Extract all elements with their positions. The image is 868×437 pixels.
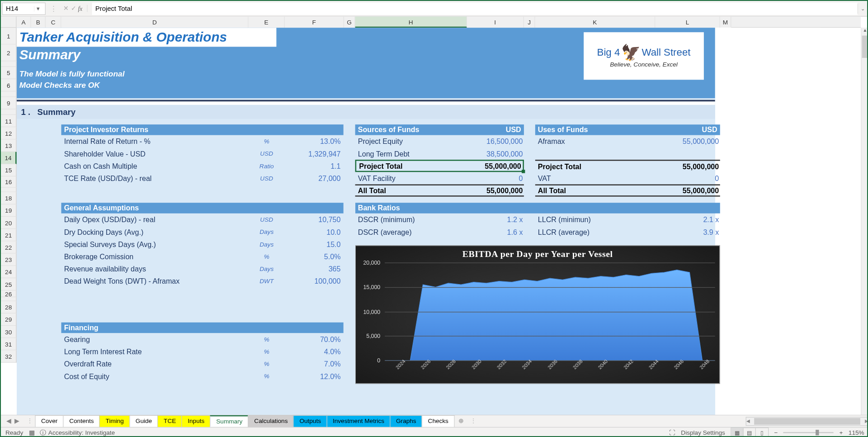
row-header-2[interactable]: 2 bbox=[1, 44, 17, 61]
row-header-32[interactable]: 32 bbox=[1, 350, 17, 362]
row-header-[interactable] bbox=[1, 297, 17, 301]
macro-icon[interactable]: ▦ bbox=[29, 429, 34, 436]
row-header-15[interactable]: 15 bbox=[1, 164, 17, 176]
col-header-D[interactable]: D bbox=[61, 17, 248, 28]
name-box-value: H14 bbox=[6, 5, 18, 12]
row-header-14[interactable]: 14 bbox=[1, 152, 17, 164]
row-header-1[interactable]: 1 bbox=[1, 28, 17, 44]
table-row: Revenue availability daysDays365 bbox=[61, 262, 343, 275]
row-header-26[interactable]: 26 bbox=[1, 290, 17, 297]
row-header-21[interactable]: 21 bbox=[1, 229, 17, 241]
col-header-A[interactable]: A bbox=[17, 17, 31, 28]
h-scroll-thumb[interactable] bbox=[754, 418, 860, 424]
horizontal-scrollbar[interactable]: ◀ ▶ bbox=[746, 417, 868, 426]
vertical-scrollbar[interactable]: ▲ ▼ bbox=[861, 28, 868, 423]
col-header-I[interactable]: I bbox=[467, 17, 524, 28]
row-header-18[interactable]: 18 bbox=[1, 192, 17, 204]
row-header-9[interactable]: 9 bbox=[1, 97, 17, 109]
accessibility-icon[interactable]: ⓘ bbox=[40, 428, 46, 437]
display-settings[interactable]: Display Settings bbox=[681, 429, 725, 436]
worksheet[interactable]: Tanker Acquisition & Operations Summary … bbox=[17, 28, 861, 423]
tab-summary[interactable]: Summary bbox=[210, 415, 249, 427]
logo-right: Wall Street bbox=[642, 47, 690, 58]
row-header-[interactable] bbox=[1, 109, 17, 115]
tab-tce[interactable]: TCE bbox=[158, 415, 182, 427]
col-header-J[interactable]: J bbox=[524, 17, 535, 28]
add-sheet-button[interactable]: ⊕ bbox=[454, 418, 468, 425]
col-header-B[interactable]: B bbox=[31, 17, 46, 28]
row-header-[interactable] bbox=[1, 188, 17, 192]
scroll-thumb[interactable] bbox=[862, 36, 868, 58]
row-header-16[interactable]: 16 bbox=[1, 176, 17, 188]
row-header-[interactable] bbox=[1, 91, 17, 97]
financing-header: Financing bbox=[61, 323, 343, 333]
col-header-K[interactable]: K bbox=[535, 17, 656, 28]
row-header-31[interactable]: 31 bbox=[1, 338, 17, 350]
active-cell[interactable]: Project Total55,000,000 bbox=[355, 160, 524, 172]
tab-graphs[interactable]: Graphs bbox=[390, 415, 422, 427]
zoom-slider[interactable] bbox=[783, 432, 834, 433]
section-title: Summary bbox=[38, 107, 76, 117]
table-row: Dry Docking Days (Avg.)Days10.0 bbox=[61, 226, 343, 238]
tab-inputs[interactable]: Inputs bbox=[182, 415, 211, 427]
row-header-22[interactable]: 22 bbox=[1, 241, 17, 253]
normal-view-button[interactable]: ▦ bbox=[731, 428, 743, 437]
accept-icon[interactable]: ✓ bbox=[71, 5, 76, 12]
table-row: Cost of Equity%12.0% bbox=[61, 370, 343, 382]
table-row: Brokerage Comission%5.0% bbox=[61, 250, 343, 262]
formula-expand-icon[interactable]: ⌄ bbox=[858, 4, 868, 14]
table-row: Long Term Interest Rate%4.0% bbox=[61, 345, 343, 357]
row-header-[interactable] bbox=[1, 61, 17, 66]
tab-timing[interactable]: Timing bbox=[99, 415, 130, 427]
eagle-icon: 🦅 bbox=[621, 45, 641, 61]
fx-icon[interactable]: fx bbox=[78, 5, 83, 12]
ebitda-chart: EBITDA per Day per Year per Vessel 05,00… bbox=[355, 245, 720, 384]
row-header-30[interactable]: 30 bbox=[1, 326, 17, 338]
row-header-12[interactable]: 12 bbox=[1, 127, 17, 139]
cancel-icon[interactable]: ✕ bbox=[63, 5, 68, 12]
row-header-28[interactable]: 28 bbox=[1, 301, 17, 314]
zoom-in-button[interactable]: + bbox=[840, 429, 843, 436]
zoom-level[interactable]: 115% bbox=[849, 429, 864, 436]
name-box-dropdown-icon[interactable]: ▼ bbox=[34, 6, 42, 11]
table-row: TCE Rate (USD/Day) - realUSD27,000 bbox=[61, 172, 343, 184]
scroll-up-icon[interactable]: ▲ bbox=[861, 28, 868, 35]
row-header-5[interactable]: 5 bbox=[1, 67, 17, 79]
row-header-6[interactable]: 6 bbox=[1, 79, 17, 91]
tab-outputs[interactable]: Outputs bbox=[293, 415, 327, 427]
row-header-19[interactable]: 19 bbox=[1, 204, 17, 217]
tab-contents[interactable]: Contents bbox=[63, 415, 100, 427]
display-settings-icon[interactable]: ⛶ bbox=[669, 429, 675, 436]
tab-investment-metrics[interactable]: Investment Metrics bbox=[326, 415, 390, 427]
returns-header: Project Investor Returns bbox=[61, 124, 343, 135]
col-header-F[interactable]: F bbox=[285, 17, 344, 28]
col-header-C[interactable]: C bbox=[46, 17, 61, 28]
tab-checks[interactable]: Checks bbox=[422, 415, 455, 427]
menu-dots-icon[interactable]: ⋮ bbox=[48, 5, 59, 12]
row-header-23[interactable]: 23 bbox=[1, 254, 17, 266]
row-header-29[interactable]: 29 bbox=[1, 314, 17, 326]
col-header-H[interactable]: H bbox=[355, 17, 467, 28]
select-all-corner[interactable] bbox=[1, 17, 17, 28]
col-header-L[interactable]: L bbox=[655, 17, 720, 28]
tab-nav-arrows[interactable]: ◀▶ bbox=[1, 418, 24, 425]
row-header-20[interactable]: 20 bbox=[1, 217, 17, 229]
tab-calculations[interactable]: Calculations bbox=[248, 415, 294, 427]
zoom-out-button[interactable]: − bbox=[774, 429, 778, 436]
sheet-tab-bar: ◀▶ ⋮ CoverContentsTimingGuideTCEInputsSu… bbox=[1, 415, 868, 427]
name-box[interactable]: H14 ▼ bbox=[2, 2, 45, 14]
row-header-13[interactable]: 13 bbox=[1, 140, 17, 152]
accessibility-status[interactable]: Accessibility: Investigate bbox=[48, 429, 115, 436]
tab-cover[interactable]: Cover bbox=[35, 415, 63, 427]
col-header-M[interactable]: M bbox=[720, 17, 731, 28]
col-header-G[interactable]: G bbox=[344, 17, 355, 28]
tab-guide[interactable]: Guide bbox=[129, 415, 158, 427]
formula-input[interactable]: Project Total bbox=[92, 2, 857, 14]
page-break-button[interactable]: ▯ bbox=[756, 428, 768, 437]
page-layout-button[interactable]: ▤ bbox=[744, 428, 756, 437]
row-header-11[interactable]: 11 bbox=[1, 115, 17, 127]
table-row: Gearing%70.0% bbox=[61, 333, 343, 345]
col-header-E[interactable]: E bbox=[249, 17, 285, 28]
row-header-25[interactable]: 25 bbox=[1, 278, 17, 290]
row-header-24[interactable]: 24 bbox=[1, 266, 17, 278]
